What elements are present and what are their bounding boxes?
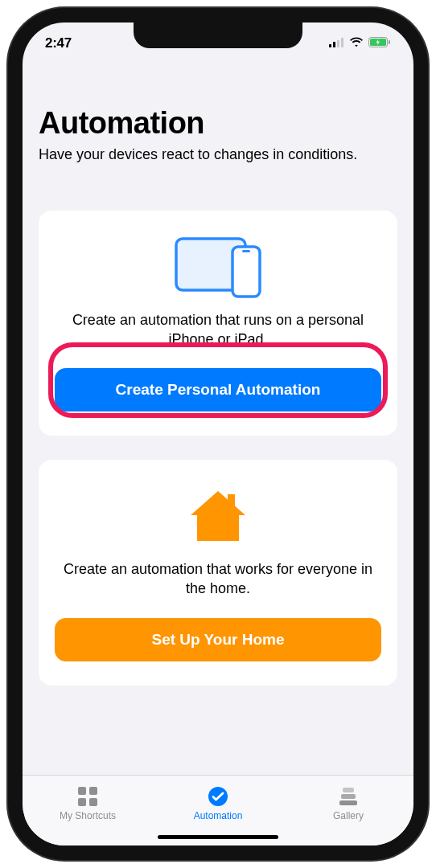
- battery-icon: [368, 35, 391, 51]
- svg-rect-2: [337, 40, 339, 47]
- wifi-icon: [349, 35, 364, 51]
- svg-rect-8: [232, 247, 260, 297]
- svg-rect-13: [78, 798, 86, 806]
- svg-rect-17: [341, 794, 356, 799]
- tab-my-shortcuts[interactable]: My Shortcuts: [23, 776, 153, 831]
- tab-label: Automation: [194, 810, 243, 821]
- svg-rect-1: [333, 42, 335, 47]
- create-personal-automation-button[interactable]: Create Personal Automation: [55, 368, 381, 411]
- home-automation-card: Create an automation that works for ever…: [39, 460, 397, 686]
- svg-rect-12: [89, 787, 97, 795]
- screen: 2:47 Automation Have your devices react …: [23, 23, 413, 845]
- page-title: Automation: [39, 106, 397, 141]
- status-time: 2:47: [45, 35, 72, 51]
- highlight-annotation: Create Personal Automation: [55, 349, 381, 411]
- home-indicator[interactable]: [158, 835, 278, 839]
- svg-rect-10: [228, 494, 235, 507]
- tab-label: Gallery: [333, 810, 364, 821]
- svg-rect-3: [341, 38, 343, 47]
- personal-automation-card: Create an automation that runs on a pers…: [39, 211, 397, 436]
- home-icon: [55, 481, 381, 553]
- grid-icon: [76, 785, 100, 808]
- device-frame: 2:47 Automation Have your devices react …: [8, 8, 428, 860]
- page-subtitle: Have your devices react to changes in co…: [39, 145, 397, 164]
- tab-gallery[interactable]: Gallery: [283, 776, 413, 831]
- gallery-icon: [336, 785, 360, 808]
- cellular-icon: [329, 35, 344, 51]
- personal-automation-description: Create an automation that runs on a pers…: [55, 310, 381, 350]
- svg-rect-6: [389, 40, 390, 44]
- devices-icon: [55, 231, 381, 304]
- notch: [134, 23, 302, 48]
- content-area: Automation Have your devices react to ch…: [23, 61, 413, 775]
- svg-rect-16: [339, 800, 357, 805]
- tab-label: My Shortcuts: [60, 810, 116, 821]
- home-automation-description: Create an automation that works for ever…: [55, 559, 381, 599]
- svg-rect-9: [242, 250, 250, 252]
- svg-rect-14: [89, 798, 97, 806]
- set-up-home-button[interactable]: Set Up Your Home: [55, 618, 381, 661]
- status-indicators: [329, 35, 391, 51]
- automation-icon: [206, 785, 230, 808]
- svg-rect-0: [329, 44, 331, 47]
- tab-automation[interactable]: Automation: [153, 776, 283, 831]
- svg-rect-11: [78, 787, 86, 795]
- svg-rect-18: [343, 788, 354, 792]
